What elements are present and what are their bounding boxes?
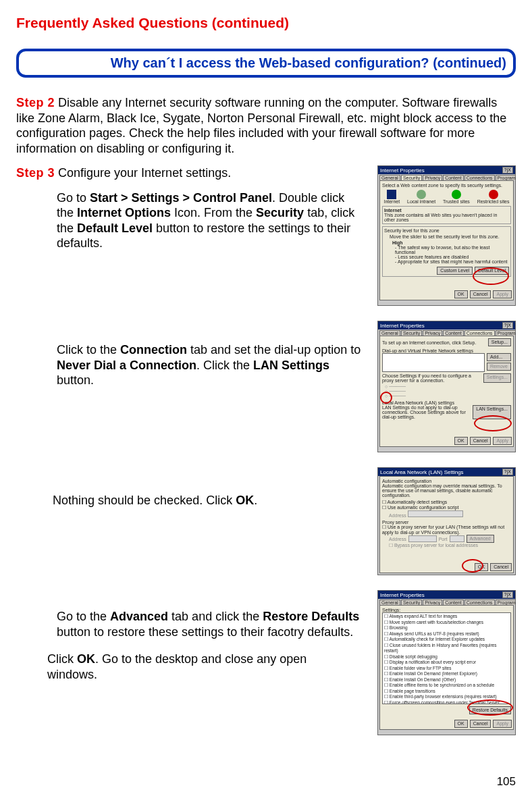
apply-button: Apply	[493, 720, 512, 728]
checkbox-icon: ☐	[382, 500, 388, 504]
step3-row-2: Click to the Connection tab and set the …	[16, 321, 516, 452]
page-title: Frequently Asked Questions (continued)	[16, 15, 516, 31]
t: Internet	[384, 208, 509, 213]
checkbox-icon: ☐	[389, 543, 394, 548]
dlg-tabs: GeneralSecurityPrivacyContentConnections…	[378, 599, 515, 605]
restore-defaults-button: Restore Defaults	[469, 706, 511, 714]
close-icon: ?|X	[502, 591, 513, 598]
t: This zone contains all Web sites you hav…	[384, 213, 509, 222]
ok-button: OK	[454, 437, 468, 445]
t: Automatically detect settings	[388, 500, 448, 504]
list-item: ☐ Enable third-party browser extensions …	[384, 694, 509, 700]
tab: Privacy	[423, 330, 442, 336]
t: Address	[389, 513, 406, 518]
cancel-button: Cancel	[470, 290, 491, 298]
list-item: ☐ Close unused folders in History and Fa…	[384, 643, 509, 654]
tab: Programs	[496, 175, 516, 180]
tab: General	[379, 330, 400, 336]
ok-button: OK	[454, 720, 468, 728]
t: LAN Settings do not apply to dial-up con…	[382, 405, 473, 419]
step3-row-3: Nothing should be checked. Click OK. Loc…	[16, 467, 516, 575]
setup-button: Setup...	[488, 338, 511, 346]
t: Go to the	[57, 610, 110, 623]
tab: Security	[401, 175, 422, 180]
t: tab and set the dial-up option to	[187, 343, 361, 356]
screenshot-lan-settings: Local Area Network (LAN) Settings?|X Aut…	[377, 467, 516, 575]
tab: Connections	[464, 600, 495, 605]
tab: Connections	[464, 330, 495, 336]
t: Choose Settings if you need to configure…	[382, 373, 483, 383]
ok-button: OK	[475, 563, 488, 571]
tab: General	[379, 175, 400, 180]
t: Proxy server	[382, 520, 511, 525]
t: Icon. From the	[171, 206, 256, 219]
dlg-title: Internet Properties	[380, 323, 425, 329]
close-icon: ?|X	[502, 469, 513, 475]
tab: General	[379, 600, 400, 605]
step3-block4: Go to the Advanced tab and click the Res…	[16, 590, 364, 639]
step2-label: Step 2	[16, 96, 55, 109]
ok-button: OK	[454, 290, 468, 298]
step3-row-1: Step 3 Configure your Internet settings.…	[16, 165, 516, 306]
t: Settings:	[382, 608, 511, 612]
screenshot-security-tab: Internet Properties?|X GeneralSecurityPr…	[377, 165, 516, 306]
t: Select a Web content zone to specify its…	[382, 183, 511, 188]
t: Restore Defaults	[263, 610, 359, 623]
apply-button: Apply	[493, 437, 512, 445]
t: Move the slider to set the security leve…	[390, 234, 509, 239]
tab: Privacy	[423, 175, 442, 180]
zone-icon: Internet	[383, 199, 400, 204]
cancel-button: Cancel	[470, 720, 491, 728]
t: button to restore these settings to thei…	[57, 625, 353, 639]
t: Nothing should be checked. Click	[53, 494, 236, 507]
t: Security level for this zone	[384, 228, 509, 233]
t: Start > Settings > Control Panel	[90, 191, 272, 205]
advanced-button: Advanced	[467, 535, 494, 543]
dlg-title: Internet Properties	[380, 592, 425, 598]
cancel-button: Cancel	[470, 437, 491, 445]
tab: Programs	[496, 330, 516, 336]
list-item: ☐ Browsing	[384, 625, 509, 631]
t: .	[254, 494, 257, 507]
t: Use automatic configuration script	[388, 505, 458, 510]
list-item: ☐ Enable offline items to be synchronize…	[384, 683, 509, 689]
t: . Click the	[196, 359, 253, 372]
tab: Programs	[496, 600, 516, 605]
step3-block1: Go to Start > Settings > Control Panel. …	[16, 190, 364, 251]
tab: Connections	[464, 175, 495, 180]
t: Click	[47, 652, 77, 666]
t: - Less secure features are disabled	[395, 255, 509, 259]
cancel-button: Cancel	[490, 563, 512, 571]
t: Address	[389, 537, 406, 541]
list-item: ☐ Disable script debugging	[384, 654, 509, 660]
zone-icon: Local intranet	[407, 199, 435, 204]
page-number: 105	[497, 775, 516, 789]
t: Use a proxy server for your LAN (These s…	[382, 525, 504, 535]
apply-button: Apply	[493, 290, 512, 298]
step3-intro: Step 3 Configure your Internet settings.	[16, 165, 364, 181]
step3-row-4: Go to the Advanced tab and click the Res…	[16, 590, 516, 735]
t: Default Level	[77, 221, 153, 235]
settings-button: Settings...	[483, 373, 511, 383]
list-item: ☐ Enable Install On Demand (Other)	[384, 677, 509, 683]
t: - Appropriate for sites that might have …	[395, 259, 509, 264]
list-item: ☐ Always send URLs as UTF-8 (requires re…	[384, 631, 509, 637]
list-item: ☐ Move system caret with focus/selection…	[384, 620, 509, 626]
add-button: Add...	[487, 353, 511, 361]
t: High	[392, 240, 509, 245]
step3-block3: Nothing should be checked. Click OK.	[53, 493, 364, 508]
t: Advanced	[110, 610, 168, 623]
step3-intro-text: Configure your Internet settings.	[55, 166, 231, 180]
list-item: ☐ Always expand ALT text for images	[384, 614, 509, 620]
checkbox-icon: ☐	[382, 505, 388, 510]
t: Automatic configuration	[382, 479, 511, 483]
screenshot-advanced-tab: Internet Properties?|X GeneralSecurityPr…	[377, 590, 516, 735]
tab: Privacy	[423, 600, 442, 605]
t: OK	[77, 652, 95, 666]
step2-paragraph: Step 2 Disable any Internet security sof…	[16, 95, 516, 156]
t: Dial-up and Virtual Private Network sett…	[382, 348, 511, 353]
step3-label: Step 3	[16, 166, 55, 180]
dlg-tabs: GeneralSecurityPrivacyContentConnections…	[378, 329, 515, 336]
t: button.	[57, 373, 94, 387]
dlg-title: Internet Properties	[380, 167, 425, 174]
